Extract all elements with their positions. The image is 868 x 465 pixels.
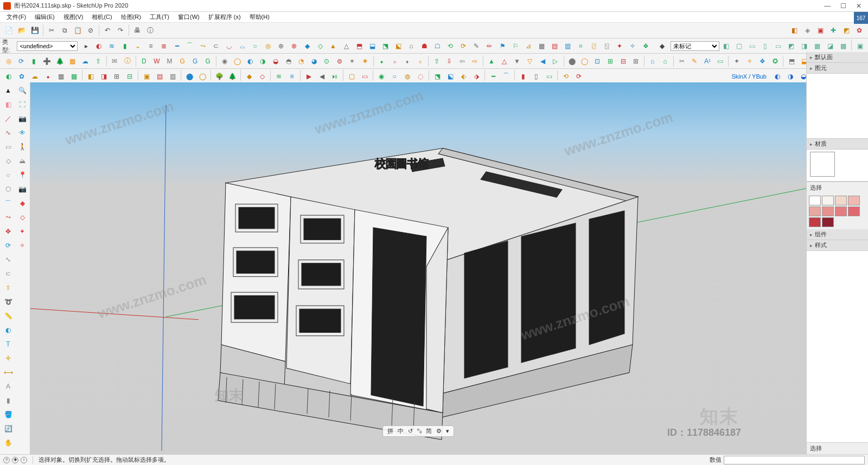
tb2-tool-42[interactable]: ❖: [640, 40, 652, 52]
tb2-tool-32[interactable]: ⚐: [509, 40, 521, 52]
tb4-tool-26[interactable]: ≡: [286, 70, 298, 82]
rectangle-tool[interactable]: ▭: [2, 140, 15, 153]
xray-icon[interactable]: ◨: [798, 40, 810, 52]
tb3-tool-33[interactable]: ⬦: [388, 55, 400, 67]
tb2-tool-41[interactable]: ✧: [627, 40, 639, 52]
arc-tool[interactable]: ⌒: [2, 197, 15, 210]
redo-icon[interactable]: ↷: [114, 24, 126, 36]
tb3-tool-3[interactable]: ➕: [41, 55, 53, 67]
model-info-icon[interactable]: ⓘ: [144, 24, 156, 36]
tb3-tool-57[interactable]: ⌂: [659, 55, 671, 67]
tb3-tool-25[interactable]: ◔: [295, 55, 307, 67]
geolocation-icon[interactable]: ✚: [12, 457, 18, 463]
tb4-tool-2[interactable]: ☁: [29, 70, 41, 82]
tb4-tool-25[interactable]: ≋: [273, 70, 285, 82]
tb2-tool-7[interactable]: ⌒: [184, 40, 196, 52]
dimension-tool[interactable]: ⟷: [2, 366, 15, 379]
rotate-tool[interactable]: ⟳: [2, 239, 15, 252]
shade-icon[interactable]: ◩: [785, 40, 797, 52]
tb3-tool-12[interactable]: D: [138, 55, 150, 67]
tb3-tool-30[interactable]: ✷: [359, 55, 371, 67]
swatch-3[interactable]: [848, 196, 860, 205]
tb4-tool-0[interactable]: ◐: [3, 70, 15, 82]
tb3-tool-9[interactable]: ✉: [108, 55, 120, 67]
vc-1[interactable]: 中: [398, 427, 404, 435]
vc-6[interactable]: ▾: [446, 428, 449, 435]
tb3-tool-59[interactable]: ✂: [676, 55, 688, 67]
swatch-9[interactable]: [822, 217, 834, 227]
tb2-tool-15[interactable]: ⊗: [288, 40, 300, 52]
tb2-tool-21[interactable]: ⬓: [366, 40, 378, 52]
cut-icon[interactable]: ✂: [46, 24, 58, 36]
tb3-tool-27[interactable]: ⊙: [321, 55, 333, 67]
tb3-tool-64[interactable]: ✦: [731, 55, 743, 67]
tb4-tool-46[interactable]: ⌒: [500, 70, 512, 82]
tb4-tool-7[interactable]: ◧: [85, 70, 97, 82]
menu-camera[interactable]: 相机(C): [88, 13, 115, 21]
tb4-tool-48[interactable]: ▮: [517, 70, 529, 82]
tb2-tool-10[interactable]: ◡: [223, 40, 235, 52]
tb4-tool-52[interactable]: ⟲: [560, 70, 572, 82]
tb4-tool-8[interactable]: ◨: [98, 70, 110, 82]
tb3-tool-66[interactable]: ❖: [756, 55, 768, 67]
swatch-4[interactable]: [809, 206, 821, 216]
tb3-tool-28[interactable]: ⊚: [334, 55, 346, 67]
tb2-tool-16[interactable]: ◆: [301, 40, 313, 52]
tb3-tool-1[interactable]: ⟳: [16, 55, 28, 67]
model-viewport[interactable]: 校園圖书馆 拼 中 ↺ º₀ 简 ⚙ ▾ www.znzmo.com www.z…: [30, 82, 806, 454]
line-tool[interactable]: ／: [2, 112, 15, 125]
pan-tool[interactable]: ✋: [2, 436, 15, 449]
vc-5[interactable]: ⚙: [436, 428, 442, 435]
tb2-tool-22[interactable]: ⬔: [379, 40, 391, 52]
tb3-tool-23[interactable]: ◒: [270, 55, 282, 67]
tb4-tool-12[interactable]: ▣: [141, 70, 152, 82]
tb2-tool-8[interactable]: ⤳: [197, 40, 209, 52]
select-tool[interactable]: ▲: [2, 84, 15, 97]
tb3-tool-16[interactable]: G: [189, 55, 201, 67]
tb4-tool-16[interactable]: ⬤: [183, 70, 195, 82]
tb3-tool-50[interactable]: ◯: [579, 55, 591, 67]
swatch-6[interactable]: [835, 206, 847, 216]
tb3-tool-7[interactable]: ⇪: [92, 55, 104, 67]
tb4-tool-20[interactable]: 🌲: [226, 70, 238, 82]
vc-4[interactable]: 简: [426, 427, 432, 435]
tb4-tool-30[interactable]: ⏯: [329, 70, 341, 82]
tb2-tool-30[interactable]: ✏: [483, 40, 495, 52]
tb3-tool-32[interactable]: ⬥: [376, 55, 388, 67]
swatch-7[interactable]: [848, 206, 860, 216]
view-iso-icon[interactable]: ◧: [720, 40, 732, 52]
print-icon[interactable]: 🖶: [131, 24, 143, 36]
window-close-button[interactable]: ✕: [856, 2, 861, 10]
scale-tool[interactable]: ⤡: [2, 253, 15, 266]
sandbox-tool[interactable]: ⛰: [16, 154, 29, 167]
tb3-tool-42[interactable]: ▲: [486, 55, 497, 67]
tb4-tool-22[interactable]: ◆: [243, 70, 255, 82]
tb3-tool-29[interactable]: ✶: [347, 55, 359, 67]
photo-match-tool[interactable]: 📷: [16, 183, 29, 196]
tb2-tool-40[interactable]: ✦: [614, 40, 626, 52]
tape-tool[interactable]: 📏: [2, 309, 15, 322]
tb3-tool-54[interactable]: ⊠: [630, 55, 642, 67]
plugin-a[interactable]: ◆: [16, 197, 29, 210]
copy-icon[interactable]: ⧉: [59, 24, 71, 36]
skin-a[interactable]: ◐: [771, 70, 783, 82]
tb4-tool-33[interactable]: ▭: [359, 70, 371, 82]
window-minimize-button[interactable]: —: [824, 2, 831, 10]
polygon-tool[interactable]: ⬡: [2, 183, 15, 196]
plugin-b[interactable]: ◇: [16, 211, 29, 224]
tb2-tool-12[interactable]: ○: [249, 40, 261, 52]
swatch-5[interactable]: [822, 206, 834, 216]
tb2-tool-26[interactable]: ☖: [431, 40, 443, 52]
circle-tool[interactable]: ○: [2, 169, 15, 182]
tb3-tool-60[interactable]: ✎: [689, 55, 701, 67]
protractor-tool[interactable]: ◐: [2, 324, 15, 337]
add-location-tool[interactable]: 📍: [16, 169, 29, 182]
orbit-tool[interactable]: 🔄: [2, 422, 15, 435]
zoom-extents-tool[interactable]: ⛶: [16, 98, 29, 111]
tb2-tool-38[interactable]: ⍁: [588, 40, 599, 52]
menu-extensions[interactable]: 扩展程序 (x): [205, 13, 244, 21]
tb4-tool-28[interactable]: ▶: [303, 70, 315, 82]
menu-tools[interactable]: 工具(T): [146, 13, 173, 21]
tb4-tool-37[interactable]: ◍: [401, 70, 413, 82]
rotated-rect-tool[interactable]: ◇: [2, 154, 15, 167]
